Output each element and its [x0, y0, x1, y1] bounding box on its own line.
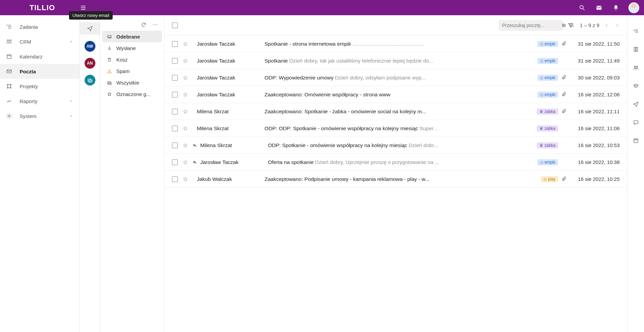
folder-sent[interactable]: Wysłane — [102, 42, 162, 54]
nav-proj[interactable]: Projekty — [0, 79, 79, 94]
star-icon[interactable] — [183, 109, 189, 114]
search-icon[interactable] — [578, 4, 586, 11]
folder-inbox[interactable]: Odebrane — [102, 31, 162, 42]
chevron-down-icon — [69, 114, 73, 118]
row-checkbox[interactable] — [172, 159, 178, 165]
tag-icon: ♛ — [539, 109, 543, 114]
tag-zabka[interactable]: ♛zabka — [537, 125, 558, 132]
nav-label: Raporty — [20, 98, 38, 104]
search-input[interactable] — [502, 23, 561, 28]
book-icon[interactable] — [633, 46, 639, 52]
chat-icon[interactable] — [633, 119, 639, 125]
next-page-button[interactable] — [614, 23, 620, 28]
mail-row[interactable]: Jarosław TaczakODP: Wypowiedzenie umowy … — [164, 69, 627, 86]
envelope-icon[interactable] — [595, 4, 603, 11]
select-all-checkbox[interactable] — [172, 22, 178, 28]
people-icon[interactable] — [633, 65, 639, 71]
nav-mail[interactable]: Poczta — [0, 64, 79, 79]
calendar-icon[interactable] — [633, 138, 639, 144]
left-nav: ZadaniaCRMKalendarzPocztaProjektyRaporty… — [0, 15, 80, 332]
mail-row[interactable]: Milena SkrzatZaakceptowano: Spotkanie - … — [164, 103, 627, 120]
send-icon[interactable] — [633, 101, 639, 107]
sliders-icon[interactable] — [561, 23, 567, 28]
mail-row[interactable]: Jakub WalczakZaakceptowano: Podpisanie u… — [164, 171, 627, 188]
tag-empik[interactable]: ◇empik — [537, 75, 558, 81]
sender: Jarosław Taczak — [197, 58, 264, 64]
folder-label: Kosz — [116, 57, 128, 63]
account-mail[interactable] — [85, 75, 95, 86]
sender: Jarosław Taczak — [197, 92, 264, 98]
svg-rect-41 — [636, 47, 638, 51]
prev-page-button[interactable] — [604, 23, 610, 28]
mail-row[interactable]: Jarosław TaczakOferta na spotkanie Dzień… — [164, 154, 627, 171]
star-icon[interactable] — [183, 58, 189, 64]
row-checkbox[interactable] — [172, 75, 178, 81]
checklist-icon[interactable] — [633, 28, 639, 34]
tag-empik[interactable]: ◇empik — [537, 41, 558, 47]
star-icon[interactable] — [183, 92, 189, 97]
bell-icon[interactable] — [612, 4, 620, 11]
svg-point-33 — [565, 25, 566, 26]
svg-point-43 — [636, 66, 638, 68]
folder-label: Spam — [116, 68, 130, 74]
mail-row[interactable]: Milena SkrzatODP: Spotkanie - omówienie … — [164, 137, 627, 154]
nav-tasks[interactable]: Zadania — [0, 19, 79, 34]
star-icon[interactable] — [183, 176, 189, 182]
mail-row[interactable]: Jarosław TaczakSpotkanie - strona intern… — [164, 35, 627, 52]
mail-row[interactable]: Milena SkrzatODP: ODP: Spotkanie - omówi… — [164, 120, 627, 137]
nav-rep[interactable]: Raporty — [0, 94, 79, 109]
row-checkbox[interactable] — [172, 142, 178, 148]
mail-row[interactable]: Jarosław TaczakZaakceptowano: Omówienie … — [164, 86, 627, 103]
tag-empik[interactable]: ◇empik — [537, 92, 558, 98]
star-icon[interactable] — [183, 41, 189, 47]
sender: Jarosław Taczak — [197, 75, 264, 81]
tag-icon: ◇ — [540, 42, 543, 46]
account-aw[interactable]: AW — [85, 41, 95, 52]
star-icon[interactable] — [183, 143, 189, 148]
tag-zabka[interactable]: ♛zabka — [537, 109, 558, 115]
account-an[interactable]: AN — [85, 58, 95, 69]
folder-star[interactable]: Oznaczone g... — [102, 88, 162, 100]
nav-cal[interactable]: Kalendarz — [0, 49, 79, 64]
tooltip-new-email: Utwórz nowy email — [69, 11, 113, 20]
svg-point-34 — [563, 26, 564, 27]
star-icon[interactable] — [183, 160, 189, 165]
star-icon[interactable] — [183, 75, 189, 80]
tag-empik[interactable]: ◇empik — [537, 58, 558, 64]
tag-zabka[interactable]: ♛zabka — [537, 142, 558, 148]
mail-row[interactable]: Jarosław TaczakSpotkanie Dzień dobry, ta… — [164, 52, 627, 69]
folder-trash[interactable]: Kosz — [102, 54, 162, 65]
svg-line-4 — [583, 8, 584, 10]
hamburger-icon[interactable] — [80, 4, 88, 11]
folder-spam[interactable]: Spam — [102, 65, 162, 77]
row-checkbox[interactable] — [172, 58, 178, 64]
refresh-icon[interactable] — [141, 22, 146, 27]
compose-email-button[interactable] — [80, 22, 100, 35]
row-checkbox[interactable] — [172, 41, 178, 47]
tag-play[interactable]: ◇play — [541, 176, 558, 182]
row-checkbox[interactable] — [172, 109, 178, 115]
brand-logo: TILLIO — [5, 3, 80, 12]
row-checkbox[interactable] — [172, 92, 178, 98]
row-checkbox[interactable] — [172, 176, 178, 182]
tag-empik[interactable]: ◇empik — [537, 159, 558, 165]
mail-list: 1 – 9 z 9 Jarosław TaczakSpotkanie - str… — [164, 15, 627, 332]
date: 31 sie 2022, 11:49 — [569, 58, 620, 64]
nav-crm[interactable]: CRM — [0, 34, 79, 49]
sender: Milena Skrzat — [197, 125, 264, 132]
star-icon[interactable] — [183, 126, 189, 131]
more-icon[interactable] — [153, 22, 158, 27]
folder-label: Wszystkie — [116, 80, 139, 86]
folder-all[interactable]: Wszystkie — [102, 77, 162, 88]
svg-point-3 — [580, 5, 583, 9]
nav-sys[interactable]: System — [0, 109, 79, 123]
academic-icon[interactable] — [633, 83, 639, 89]
row-checkbox[interactable] — [172, 125, 178, 132]
date: 16 sie 2022, 11:06 — [569, 125, 620, 131]
subject: Spotkanie - strona internetowa empik ...… — [264, 41, 535, 47]
avatar[interactable] — [628, 2, 639, 13]
filter-icon[interactable] — [568, 22, 574, 28]
chevron-down-icon — [69, 39, 73, 44]
date: 31 sie 2022, 11:50 — [569, 41, 620, 47]
trash-icon — [107, 57, 113, 62]
